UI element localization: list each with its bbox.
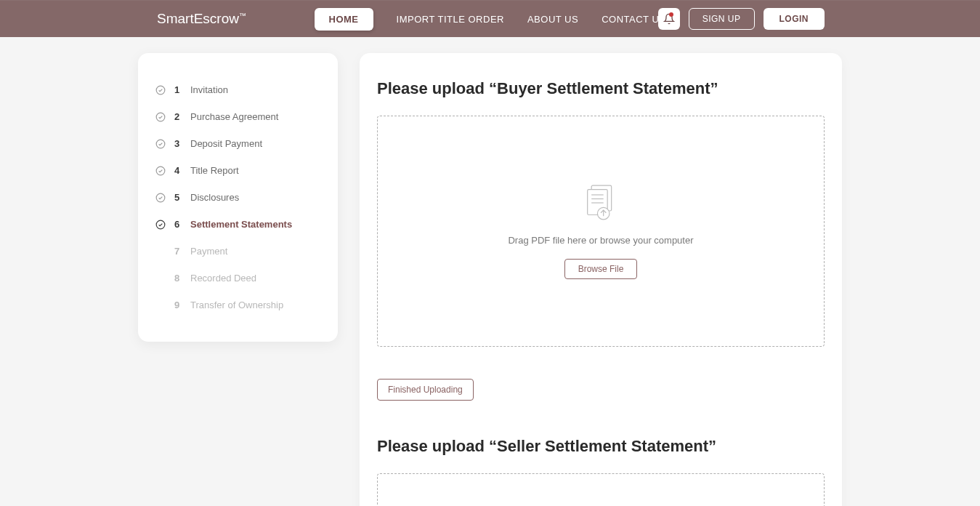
step-number: 3 [174, 138, 182, 149]
app-header: SmartEscrow™ HOME IMPORT TITLE ORDER ABO… [0, 1, 980, 37]
step-label: Recorded Deed [190, 273, 256, 284]
step-number: 9 [174, 300, 182, 310]
brand-logo[interactable]: SmartEscrow™ [157, 11, 246, 27]
brand-name: SmartEscrow [157, 11, 239, 26]
step-number: 6 [174, 219, 182, 230]
buyer-upload-title: Please upload “Buyer Settlement Statemen… [377, 79, 825, 98]
buyer-drop-text: Drag PDF file here or browse your comput… [508, 235, 693, 246]
svg-point-3 [156, 166, 165, 175]
sidebar-step-deposit-payment[interactable]: 3 Deposit Payment [155, 130, 320, 157]
svg-point-0 [156, 86, 165, 95]
sidebar-step-settlement-statements[interactable]: 6 Settlement Statements [155, 211, 320, 238]
main-nav: HOME IMPORT TITLE ORDER ABOUT US CONTACT… [315, 8, 666, 31]
check-circle-icon [155, 193, 166, 203]
login-button[interactable]: LOGIN [764, 8, 825, 30]
step-label: Purchase Agreement [190, 111, 278, 122]
check-circle-icon [155, 85, 166, 95]
notifications-button[interactable] [658, 8, 680, 30]
brand-tm: ™ [239, 12, 246, 20]
seller-upload-title: Please upload “Seller Settlement Stateme… [377, 437, 825, 456]
buyer-browse-button[interactable]: Browse File [564, 259, 638, 279]
main-content: Please upload “Buyer Settlement Statemen… [360, 53, 842, 506]
step-label: Payment [190, 246, 227, 257]
seller-upload-section: Please upload “Seller Settlement Stateme… [377, 437, 825, 506]
step-label: Disclosures [190, 192, 239, 203]
sidebar-step-transfer-ownership[interactable]: 9 Transfer of Ownership [155, 292, 320, 318]
sidebar-step-payment[interactable]: 7 Payment [155, 238, 320, 265]
step-number: 5 [174, 192, 182, 203]
sidebar-step-recorded-deed[interactable]: 8 Recorded Deed [155, 265, 320, 292]
check-circle-icon [155, 139, 166, 149]
steps-sidebar: 1 Invitation 2 Purchase Agreement 3 Depo… [138, 53, 338, 342]
svg-point-2 [156, 140, 165, 148]
svg-point-4 [156, 193, 165, 202]
notification-dot [669, 12, 673, 17]
finished-uploading-button[interactable]: Finished Uploading [377, 379, 474, 401]
sidebar-step-invitation[interactable]: 1 Invitation [155, 76, 320, 103]
buyer-dropzone[interactable]: Drag PDF file here or browse your comput… [377, 116, 825, 347]
signup-button[interactable]: SIGN UP [689, 8, 755, 30]
seller-dropzone[interactable] [377, 473, 825, 506]
step-number: 8 [174, 273, 182, 284]
check-circle-icon [155, 220, 166, 230]
nav-home[interactable]: HOME [315, 8, 373, 31]
nav-contact-us[interactable]: CONTACT US [602, 8, 665, 31]
sidebar-step-title-report[interactable]: 4 Title Report [155, 157, 320, 184]
step-number: 4 [174, 165, 182, 176]
sidebar-step-purchase-agreement[interactable]: 2 Purchase Agreement [155, 103, 320, 130]
step-label: Settlement Statements [190, 219, 292, 230]
sidebar-step-disclosures[interactable]: 5 Disclosures [155, 184, 320, 211]
document-upload-icon [585, 184, 617, 222]
step-number: 7 [174, 246, 182, 257]
buyer-upload-section: Please upload “Buyer Settlement Statemen… [377, 79, 825, 401]
check-circle-icon [155, 112, 166, 122]
step-number: 2 [174, 111, 182, 122]
svg-point-5 [156, 220, 165, 229]
step-number: 1 [174, 84, 182, 95]
step-label: Invitation [190, 84, 228, 95]
check-circle-icon [155, 166, 166, 176]
svg-point-1 [156, 113, 165, 121]
step-label: Deposit Payment [190, 138, 262, 149]
step-label: Transfer of Ownership [190, 300, 283, 310]
nav-about-us[interactable]: ABOUT US [527, 8, 578, 31]
nav-import-title-order[interactable]: IMPORT TITLE ORDER [397, 8, 504, 31]
step-label: Title Report [190, 165, 239, 176]
